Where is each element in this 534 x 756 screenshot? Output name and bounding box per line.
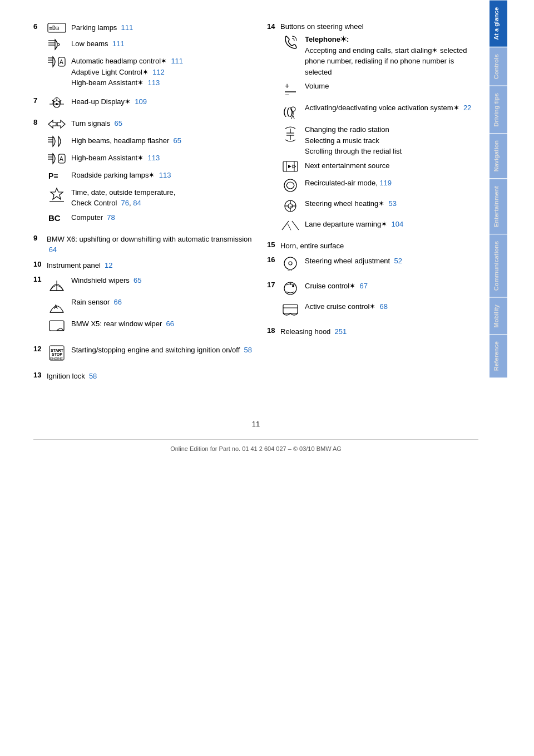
svg-text:BC: BC [48,213,61,223]
item-6-lowbeams: Low beams 111 [47,38,256,52]
item-9: 9 BMW X6: upshifting or downshifting wit… [33,234,256,256]
item-11-rain: A Rain sensor 66 [47,297,256,315]
item-14-telephone: Telephone✶:Accepting and ending calls, s… [280,34,478,77]
high-beams-text: High beams, headlamp flasher 65 [71,135,256,146]
computer-text: Computer 78 [71,212,256,223]
item-14-lane: ╲ Lane departure warning✶ 104 [280,219,478,233]
volume-text: Volume [305,81,478,92]
item-17: 17 [267,281,478,322]
item-number-10: 10 [33,260,47,271]
sidebar-tab-reference[interactable]: Reference [490,334,507,377]
item-6: 6 ≡D⊟ Parking lamps 111 [33,22,256,92]
item-9-text: BMW X6: upshifting or downshifting with … [47,234,256,256]
cruise-text: Cruise control✶ 67 [305,281,478,292]
sidebar: At a glance Controls Driving tips Naviga… [490,0,507,756]
recirculated-text: Recirculated-air mode, 119 [305,178,478,189]
left-column: 6 ≡D⊟ Parking lamps 111 [33,22,256,386]
item-12: 12 START STOP ENGINE Star [33,345,256,366]
high-beam-assistant2-icon: A [47,153,67,166]
item-number-7: 7 [33,96,47,114]
svg-point-71 [292,285,294,287]
item-14-entertainment: Next entertainment source [280,160,478,174]
svg-point-67 [289,262,292,265]
item-14-voice: (() Ʌ Activating/deactivating voice acti… [280,102,478,121]
item-8-turn-signals: Turn signals 65 [47,118,256,132]
item-10: 10 Instrument panel 12 [33,260,256,271]
steering-adj-text: Steering wheel adjustment 52 [305,256,478,267]
item-14-radio: Changing the radio stationSelecting a mu… [280,124,478,157]
voice-activation-icon: (() Ʌ [280,102,300,121]
steering-wheel-adj-icon: ••• [280,256,300,273]
svg-rect-72 [283,305,298,313]
sidebar-tab-navigation[interactable]: Navigation [490,133,507,178]
svg-point-66 [284,257,296,269]
telephone-text: Telephone✶:Accepting and ending calls, s… [305,34,478,77]
entertainment-text: Next entertainment source [305,160,478,171]
svg-text:≡D⊟: ≡D⊟ [49,25,59,31]
rear-window-wiper-icon [47,318,67,337]
turn-signals-icon [47,118,67,132]
active-cruise-text: Active cruise control✶ 68 [305,301,478,312]
item-18-text: Releasing hood 251 [280,326,478,337]
item-number-11: 11 [33,275,47,340]
svg-point-56 [284,179,296,192]
item-8-highbeams: High beams, headlamp flasher 65 [47,135,256,149]
item-14-recirculated: Recirculated-air mode, 119 [280,178,478,195]
item-7-hud: Head-up Display✶ 109 [47,96,256,110]
page-number: 11 [33,420,478,428]
item-16-steering-adj: ••• Steering wheel adjustment 52 [280,256,478,273]
windshield-wipers-icon [47,275,67,293]
item-8: 8 Turn signals 65 [33,118,256,229]
svg-line-64 [292,221,299,230]
steering-heat-text: Steering wheel heating✶ 53 [305,198,478,209]
sidebar-tab-at-a-glance[interactable]: At a glance [490,0,507,47]
low-beams-text: Low beams 111 [71,38,256,50]
item-11-rear-wiper: BMW X5: rear window wiper 66 [47,318,256,337]
svg-text:ENGINE: ENGINE [50,357,63,360]
item-17-cruise: Cruise control✶ 67 [280,281,478,298]
item-number-13: 13 [33,371,47,382]
svg-marker-17 [57,120,65,128]
auto-headlamp-icon: A [47,56,67,70]
svg-text:A: A [60,59,63,65]
item-8-roadside: P≡ Roadside parking lamps✶ 113 [47,170,256,184]
item-17-active-cruise: Active cruise control✶ 68 [280,301,478,318]
item-8-highbeam-assist: A High-beam Assistant✶ 113 [47,153,256,166]
voice-text: Activating/deactivating voice activation… [305,102,478,114]
item-14-volume: + − Volume [280,81,478,99]
svg-text:╲: ╲ [287,223,291,230]
start-stop-icon: START STOP ENGINE [47,345,67,363]
computer-icon: BC [47,212,67,226]
svg-rect-34 [50,321,64,331]
item-number-8: 8 [33,118,47,229]
sidebar-tab-entertainment[interactable]: Entertainment [490,179,507,234]
item-number-9: 9 [33,234,47,256]
item-7: 7 [33,96,256,114]
volume-plus-icon: + − [280,81,300,99]
sidebar-tab-driving-tips[interactable]: Driving tips [490,86,507,134]
svg-marker-27 [51,188,63,199]
sidebar-tab-controls[interactable]: Controls [490,47,507,86]
high-beam-assistant2-text: High-beam Assistant✶ 113 [71,153,256,164]
sidebar-tab-mobility[interactable]: Mobility [490,297,507,335]
hud-text: Head-up Display✶ 109 [71,96,256,107]
item-number-17: 17 [267,281,280,322]
sidebar-tab-communications[interactable]: Communications [490,234,507,297]
footer-area: 11 Online Edition for Part no. 01 41 2 6… [33,420,478,458]
wipers-text: Windshield wipers 65 [71,275,256,286]
hud-icon [47,96,67,110]
svg-text:P≡: P≡ [48,171,58,180]
svg-text:Ʌ: Ʌ [291,114,295,119]
svg-text:A: A [54,304,58,310]
roadside-parking-icon: P≡ [47,170,67,184]
start-stop-text: Starting/stopping engine and switching i… [71,345,256,356]
time-date-icon [47,187,67,205]
item-13-text: Ignition lock 58 [47,371,256,382]
parking-lamps-text: Parking lamps 111 [71,22,256,33]
item-18: 18 Releasing hood 251 [267,326,478,337]
radio-station-icon [280,124,300,148]
item-14-steering-heat: Steering wheel heating✶ 53 [280,198,478,215]
item-8-computer: BC Computer 78 [47,212,256,226]
time-date-text: Time, date, outside temperature,Check Co… [71,187,256,209]
item-14-header: Buttons on steering wheel [280,22,478,31]
